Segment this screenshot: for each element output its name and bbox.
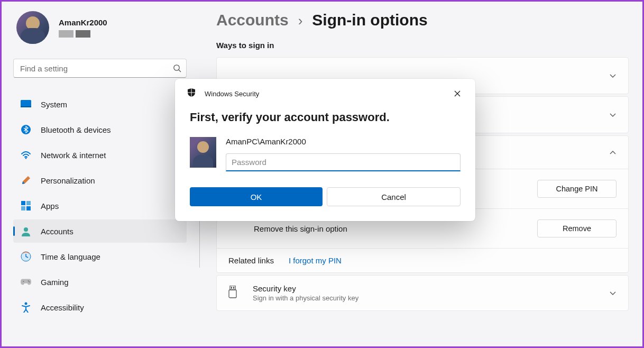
avatar [16, 11, 49, 44]
user-profile[interactable]: AmanKr2000 [13, 11, 187, 44]
nav-item-label: Bluetooth & devices [41, 125, 111, 134]
nav-item-label: Time & language [41, 252, 100, 261]
security-key-title: Security key [253, 284, 596, 293]
nav-item-bluetooth[interactable]: Bluetooth & devices [13, 118, 187, 141]
svg-point-12 [23, 281, 24, 282]
related-label: Related links [228, 256, 274, 265]
remove-pin-label: Remove this sign-in option [254, 224, 527, 233]
nav-item-label: Accessibility [41, 303, 84, 312]
remove-button[interactable]: Remove [537, 219, 617, 237]
svg-rect-19 [229, 290, 236, 298]
security-key-card[interactable]: Security key Sign in with a physical sec… [216, 275, 629, 311]
nav-item-label: Network & internet [41, 151, 106, 160]
personalization-icon [21, 175, 31, 186]
chevron-up-icon [609, 149, 617, 156]
nav-item-label: Gaming [41, 278, 69, 287]
nav-item-label: Apps [41, 202, 59, 210]
chevron-down-icon [609, 72, 617, 79]
chevron-down-icon [609, 289, 617, 297]
svg-point-5 [25, 158, 27, 159]
apps-icon [21, 200, 31, 211]
accounts-icon [21, 226, 31, 236]
dialog-heading: First, verify your account password. [190, 111, 461, 124]
profile-status [59, 30, 107, 38]
sidebar: AmanKr2000 System Bluetooth & devices Ne… [2, 2, 197, 346]
nav-item-label: Accounts [41, 227, 73, 236]
svg-rect-7 [26, 201, 31, 205]
breadcrumb-current: Sign-in options [312, 11, 427, 29]
section-title: Ways to sign in [216, 41, 629, 50]
svg-rect-18 [233, 287, 234, 289]
nav-item-gaming[interactable]: Gaming [13, 270, 187, 294]
change-pin-button[interactable]: Change PIN [537, 180, 617, 198]
nav-item-personalization[interactable]: Personalization [13, 169, 187, 192]
nav-item-time[interactable]: Time & language [13, 245, 187, 268]
svg-rect-3 [21, 106, 31, 107]
nav-item-accounts[interactable]: Accounts [13, 219, 187, 243]
shield-icon [187, 88, 196, 99]
breadcrumb: Accounts › Sign-in options [216, 11, 629, 29]
forgot-pin-link[interactable]: I forgot my PIN [289, 256, 342, 265]
security-key-icon [228, 286, 240, 300]
account-label: AmanPC\AmanKr2000 [226, 137, 461, 146]
svg-rect-8 [21, 206, 25, 210]
svg-point-15 [25, 303, 27, 305]
bluetooth-icon [21, 124, 31, 135]
time-icon [21, 251, 31, 262]
nav-item-apps[interactable]: Apps [13, 194, 187, 217]
close-icon [454, 90, 461, 97]
dialog-avatar [190, 137, 216, 168]
divider [199, 215, 200, 268]
chevron-down-icon [609, 111, 617, 118]
svg-point-13 [28, 280, 29, 281]
user-name: AmanKr2000 [59, 18, 107, 27]
ok-button[interactable]: OK [190, 187, 323, 206]
svg-rect-17 [231, 287, 232, 289]
gaming-icon [21, 277, 31, 287]
search-input[interactable] [13, 59, 187, 78]
svg-point-0 [174, 65, 179, 70]
nav-item-system[interactable]: System [13, 93, 187, 116]
related-links: Related links I forgot my PIN [217, 249, 628, 272]
search-icon [173, 64, 181, 72]
password-input[interactable] [226, 153, 461, 171]
svg-rect-2 [21, 100, 31, 107]
cancel-button[interactable]: Cancel [327, 187, 461, 206]
svg-rect-16 [230, 286, 235, 290]
system-icon [21, 99, 31, 109]
nav-item-label: Personalization [41, 176, 95, 185]
nav-item-label: System [41, 100, 67, 109]
network-icon [21, 150, 31, 160]
breadcrumb-separator: › [298, 13, 303, 29]
svg-rect-9 [26, 206, 31, 210]
nav-item-accessibility[interactable]: Accessibility [13, 296, 187, 319]
svg-line-1 [179, 70, 181, 72]
breadcrumb-parent[interactable]: Accounts [216, 11, 289, 29]
nav: System Bluetooth & devices Network & int… [13, 93, 187, 319]
security-key-subtitle: Sign in with a physical security key [253, 294, 596, 302]
dialog-header-title: Windows Security [205, 90, 443, 98]
svg-point-14 [29, 281, 30, 282]
close-button[interactable] [451, 87, 464, 100]
svg-point-10 [24, 227, 28, 232]
windows-security-dialog: Windows Security First, verify your acco… [175, 79, 475, 221]
nav-item-network[interactable]: Network & internet [13, 143, 187, 167]
svg-rect-6 [21, 201, 25, 205]
accessibility-icon [21, 302, 31, 313]
